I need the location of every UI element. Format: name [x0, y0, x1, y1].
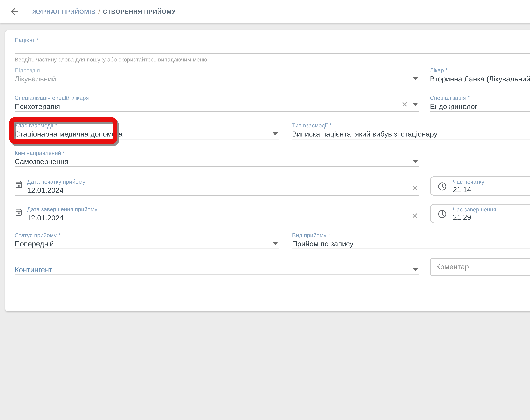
- contingent-label: Контингент: [15, 265, 419, 275]
- interaction-class-label: Клас взаємодії *: [15, 122, 279, 129]
- specialization-value: Ендокринолог: [430, 102, 530, 111]
- start-time-field[interactable]: Час початку 21:14: [430, 176, 530, 196]
- create-reception-form-card: Пацієнт * Введіть частину слова для пошу…: [5, 30, 530, 311]
- interaction-type-label: Тип взаємодії *: [292, 122, 530, 129]
- doctor-label: Лікар *: [430, 67, 530, 74]
- chevron-down-icon[interactable]: [413, 160, 418, 163]
- breadcrumb-separator: /: [98, 8, 100, 15]
- comment-input[interactable]: [436, 263, 530, 271]
- clock-icon: [438, 182, 447, 193]
- referred-by-select-field[interactable]: Ким направлений * Самозвернення: [15, 148, 419, 167]
- clock-icon: [438, 209, 447, 221]
- chevron-down-icon[interactable]: [413, 268, 418, 271]
- ehealth-specialization-label: Спеціалізація ehealth лікаря: [15, 95, 419, 102]
- clear-icon[interactable]: ✕: [412, 212, 418, 219]
- status-select-field[interactable]: Статус прийому * Попередній: [15, 230, 279, 249]
- end-date-label: Дата завершення прийому: [27, 206, 419, 213]
- end-date-value: 12.01.2024: [27, 213, 419, 223]
- breadcrumb-current: СТВОРЕННЯ ПРИЙОМУ: [103, 8, 176, 15]
- calendar-icon: [15, 180, 23, 191]
- calendar-icon: [15, 208, 23, 218]
- patient-label: Пацієнт *: [15, 37, 530, 44]
- end-time-field[interactable]: Час завершення 21:29: [430, 204, 530, 223]
- reception-kind-select-field[interactable]: Вид прийому * Прийом по запису: [292, 230, 530, 249]
- start-date-value: 12.01.2024: [27, 186, 419, 195]
- start-date-label: Дата початку прийому: [27, 178, 419, 186]
- breadcrumb: ЖУРНАЛ ПРИЙОМІВ / СТВОРЕННЯ ПРИЙОМУ: [32, 8, 176, 15]
- breadcrumb-parent-link[interactable]: ЖУРНАЛ ПРИЙОМІВ: [32, 8, 96, 15]
- top-app-bar: ЖУРНАЛ ПРИЙОМІВ / СТВОРЕННЯ ПРИЙОМУ: [0, 0, 530, 23]
- division-label: Підрозділ: [15, 67, 419, 74]
- patient-select-field[interactable]: Пацієнт *: [15, 35, 530, 54]
- ehealth-specialization-value: Психотерапія: [15, 102, 419, 111]
- start-time-label: Час початку: [453, 179, 530, 185]
- division-select-field: Підрозділ Лікувальний: [15, 65, 419, 84]
- end-time-value: 21:29: [453, 213, 530, 222]
- end-date-field[interactable]: Дата завершення прийому 12.01.2024 ✕: [15, 204, 419, 223]
- specialization-label: Спеціалізація *: [430, 95, 530, 102]
- chevron-down-icon[interactable]: [273, 132, 278, 136]
- arrow-left-icon: [9, 6, 20, 17]
- interaction-type-value: Виписка пацієнта, який вибув зі стаціона…: [292, 129, 530, 139]
- interaction-type-select-field[interactable]: Тип взаємодії * Виписка пацієнта, який в…: [292, 121, 530, 140]
- doctor-select-field[interactable]: Лікар * Вторинна Ланка (Лікувальний) ✕: [430, 65, 530, 84]
- clear-icon[interactable]: ✕: [412, 185, 418, 192]
- chevron-down-icon[interactable]: [273, 242, 278, 245]
- end-time-label: Час завершення: [453, 206, 530, 213]
- comment-box: [430, 258, 530, 276]
- back-button[interactable]: [9, 6, 21, 18]
- ehealth-specialization-select-field[interactable]: Спеціалізація ehealth лікаря Психотерапі…: [15, 93, 419, 112]
- specialization-select-field[interactable]: Спеціалізація * Ендокринолог ✕: [430, 93, 530, 112]
- division-value: Лікувальний: [15, 74, 419, 84]
- start-time-value: 21:14: [453, 185, 530, 194]
- chevron-down-icon[interactable]: [413, 77, 418, 80]
- interaction-class-select-field[interactable]: Клас взаємодії * Стаціонарна медична доп…: [15, 121, 279, 140]
- interaction-class-value: Стаціонарна медична допомога: [15, 129, 279, 139]
- contingent-select-field[interactable]: Контингент: [15, 256, 419, 275]
- reception-kind-value: Прийом по запису: [292, 239, 530, 249]
- patient-search-hint: Введіть частину слова для пошуку або ско…: [15, 56, 530, 63]
- status-value: Попередній: [15, 239, 279, 249]
- status-label: Статус прийому *: [15, 232, 279, 239]
- reception-kind-label: Вид прийому *: [292, 232, 530, 239]
- referred-by-label: Ким направлений *: [15, 150, 419, 157]
- chevron-down-icon[interactable]: [413, 103, 418, 106]
- doctor-value: Вторинна Ланка (Лікувальний): [430, 74, 530, 84]
- start-date-field[interactable]: Дата початку прийому 12.01.2024 ✕: [15, 177, 419, 196]
- clear-icon[interactable]: ✕: [401, 101, 408, 108]
- referred-by-value: Самозвернення: [15, 157, 419, 166]
